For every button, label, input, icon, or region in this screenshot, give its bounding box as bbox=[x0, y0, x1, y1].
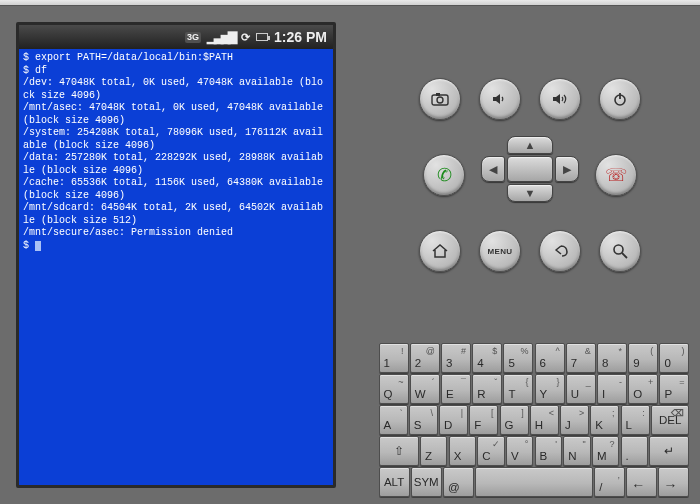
sync-icon: ⟳ bbox=[241, 31, 250, 44]
key-↵[interactable]: ↵ bbox=[649, 436, 689, 466]
svg-point-1 bbox=[437, 97, 443, 103]
end-call-button[interactable]: ☏ bbox=[595, 154, 637, 196]
key-s[interactable]: S\ bbox=[409, 405, 438, 435]
dpad: ▲ ▼ ◀ ▶ bbox=[475, 136, 585, 202]
key-←[interactable]: ← bbox=[626, 467, 657, 497]
key-y[interactable]: Y} bbox=[535, 374, 565, 404]
key-i[interactable]: I- bbox=[597, 374, 627, 404]
signal-icon: ▁▃▅▇ bbox=[207, 30, 235, 44]
key-r[interactable]: Rˇ bbox=[472, 374, 502, 404]
key-e[interactable]: E¯ bbox=[441, 374, 471, 404]
key-/[interactable]: /, bbox=[594, 467, 625, 497]
key-alt[interactable]: ALT bbox=[379, 467, 410, 497]
key-n[interactable]: N" bbox=[563, 436, 590, 466]
emulator-screen: 3G ▁▃▅▇ ⟳ 1:26 PM $ export PATH=/data/lo… bbox=[16, 22, 336, 488]
battery-icon bbox=[256, 33, 268, 41]
end-call-icon: ☏ bbox=[605, 164, 628, 186]
key-2[interactable]: 2@ bbox=[410, 343, 440, 373]
key-k[interactable]: K; bbox=[590, 405, 619, 435]
key-→[interactable]: → bbox=[658, 467, 689, 497]
key-u[interactable]: U_ bbox=[566, 374, 596, 404]
key-b[interactable]: B' bbox=[535, 436, 562, 466]
key-del[interactable]: DEL⌫ bbox=[651, 405, 690, 435]
key-z[interactable]: Z bbox=[420, 436, 447, 466]
home-button[interactable] bbox=[419, 230, 461, 272]
key-0[interactable]: 0) bbox=[659, 343, 689, 373]
camera-button[interactable] bbox=[419, 78, 461, 120]
key-x[interactable]: X bbox=[449, 436, 476, 466]
key-7[interactable]: 7& bbox=[566, 343, 596, 373]
emulator-controls: ✆ ▲ ▼ ◀ ▶ ☏ MENU bbox=[380, 78, 680, 286]
power-button[interactable] bbox=[599, 78, 641, 120]
key-a[interactable]: A` bbox=[379, 405, 408, 435]
key-5[interactable]: 5% bbox=[503, 343, 533, 373]
call-button[interactable]: ✆ bbox=[423, 154, 465, 196]
key-h[interactable]: H< bbox=[530, 405, 559, 435]
dpad-down[interactable]: ▼ bbox=[507, 184, 553, 202]
key-g[interactable]: G] bbox=[500, 405, 529, 435]
key-o[interactable]: O+ bbox=[628, 374, 658, 404]
key-8[interactable]: 8* bbox=[597, 343, 627, 373]
search-button[interactable] bbox=[599, 230, 641, 272]
key-c[interactable]: C✓ bbox=[477, 436, 504, 466]
key-space[interactable] bbox=[475, 467, 593, 497]
clock: 1:26 PM bbox=[274, 29, 327, 45]
terminal-output[interactable]: $ export PATH=/data/local/bin:$PATH $ df… bbox=[19, 49, 333, 485]
key-.[interactable]: . bbox=[621, 436, 648, 466]
key-⇧[interactable]: ⇧ bbox=[379, 436, 419, 466]
key-6[interactable]: 6^ bbox=[535, 343, 565, 373]
key-p[interactable]: P= bbox=[659, 374, 689, 404]
key-w[interactable]: W´ bbox=[410, 374, 440, 404]
key-t[interactable]: T{ bbox=[503, 374, 533, 404]
volume-down-button[interactable] bbox=[479, 78, 521, 120]
volume-up-button[interactable] bbox=[539, 78, 581, 120]
key-1[interactable]: 1! bbox=[379, 343, 409, 373]
key-f[interactable]: F[ bbox=[469, 405, 498, 435]
phone-icon: ✆ bbox=[437, 164, 452, 186]
dpad-up[interactable]: ▲ bbox=[507, 136, 553, 154]
key-d[interactable]: D| bbox=[439, 405, 468, 435]
key-9[interactable]: 9( bbox=[628, 343, 658, 373]
key-4[interactable]: 4$ bbox=[472, 343, 502, 373]
key-j[interactable]: J> bbox=[560, 405, 589, 435]
dpad-right[interactable]: ▶ bbox=[555, 156, 579, 182]
key-3[interactable]: 3# bbox=[441, 343, 471, 373]
status-bar: 3G ▁▃▅▇ ⟳ 1:26 PM bbox=[19, 25, 333, 49]
svg-line-6 bbox=[622, 253, 627, 258]
hardware-keyboard: 1!2@3#4$5%6^7&8*9(0)Q~W´E¯RˇT{Y}U_I-O+P=… bbox=[378, 342, 690, 498]
svg-rect-2 bbox=[436, 93, 440, 96]
back-button[interactable] bbox=[539, 230, 581, 272]
menu-button[interactable]: MENU bbox=[479, 230, 521, 272]
dpad-center[interactable] bbox=[507, 156, 553, 182]
dpad-left[interactable]: ◀ bbox=[481, 156, 505, 182]
key-m[interactable]: M? bbox=[592, 436, 619, 466]
key-sym[interactable]: SYM bbox=[411, 467, 442, 497]
key-@[interactable]: @ bbox=[443, 467, 474, 497]
key-l[interactable]: L: bbox=[621, 405, 650, 435]
key-q[interactable]: Q~ bbox=[379, 374, 409, 404]
svg-point-5 bbox=[614, 245, 623, 254]
key-v[interactable]: V° bbox=[506, 436, 533, 466]
network-icon: 3G bbox=[185, 32, 201, 43]
